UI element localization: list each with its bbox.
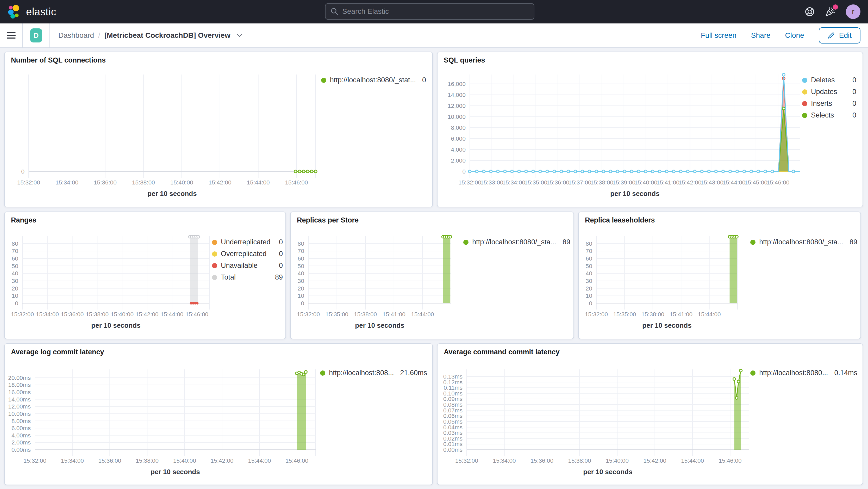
svg-text:per 10 seconds: per 10 seconds	[151, 468, 200, 476]
svg-text:20: 20	[586, 285, 592, 292]
svg-text:0.02ms: 0.02ms	[443, 435, 463, 442]
title-chevron-down-icon[interactable]	[237, 33, 243, 37]
svg-text:0.11ms: 0.11ms	[444, 385, 463, 391]
breadcrumb-dashboard-link[interactable]: Dashboard	[58, 31, 94, 40]
legend-series-value: 0	[852, 111, 856, 119]
legend-item[interactable]: Inserts0	[802, 99, 856, 108]
svg-text:15:40:00: 15:40:00	[606, 457, 629, 464]
legend-item[interactable]: http://localhost:8080/_sta...89	[750, 238, 857, 246]
svg-text:15:32:00: 15:32:00	[585, 311, 608, 317]
chart-avg-log-commit-latency[interactable]: 0.00ms2.00ms4.00ms6.00ms8.00ms10.00ms12.…	[5, 359, 432, 485]
svg-text:15:34:00: 15:34:00	[56, 179, 79, 186]
legend-item[interactable]: http://localhost:808...21.60ms	[320, 369, 427, 377]
legend-series-label: http://localhost:8080/_sta...	[759, 238, 843, 246]
panel-avg-command-commit-latency: Average command commit latency 0.00ms0.0…	[437, 343, 863, 485]
panel-title[interactable]: SQL queries	[437, 52, 863, 67]
svg-text:10: 10	[298, 293, 304, 299]
panel-title[interactable]: Ranges	[5, 212, 285, 227]
svg-text:10: 10	[12, 293, 18, 299]
panel-title[interactable]: Replicas per Store	[291, 212, 574, 227]
chart-legend: http://localhost:808...21.60ms	[320, 369, 427, 377]
legend-item[interactable]: Selects0	[802, 111, 856, 119]
legend-item[interactable]: Underreplicated0	[212, 238, 283, 246]
svg-text:15:44:00: 15:44:00	[247, 179, 270, 186]
chart-avg-command-commit-latency[interactable]: 0.00ms0.01ms0.02ms0.03ms0.04ms0.05ms0.06…	[437, 359, 863, 485]
panel-sql-queries: SQL queries 02,0004,0006,0008,00010,0001…	[437, 52, 863, 207]
legend-series-dot	[463, 240, 468, 245]
legend-series-dot	[212, 275, 217, 280]
svg-text:8.00ms: 8.00ms	[11, 418, 31, 424]
svg-text:20.00ms: 20.00ms	[8, 375, 31, 381]
svg-text:15:38:00: 15:38:00	[590, 179, 613, 186]
legend-series-label: Total	[221, 273, 275, 281]
legend-item[interactable]: http://localhost:8080...0.14ms	[750, 369, 857, 377]
svg-text:per 10 seconds: per 10 seconds	[642, 322, 691, 329]
svg-text:15:34:00: 15:34:00	[502, 179, 525, 186]
legend-series-value: 89	[275, 273, 283, 281]
svg-text:0.04ms: 0.04ms	[443, 424, 463, 431]
svg-text:15:34:00: 15:34:00	[61, 457, 84, 464]
svg-text:80: 80	[298, 241, 304, 247]
dashboard-app-badge[interactable]: D	[30, 28, 42, 42]
svg-text:10.00ms: 10.00ms	[8, 410, 31, 417]
svg-text:15:36:00: 15:36:00	[94, 179, 117, 186]
svg-text:70: 70	[298, 248, 304, 254]
svg-text:15:38:00: 15:38:00	[354, 311, 377, 317]
brand-name: elastic	[26, 6, 56, 18]
svg-text:10,000: 10,000	[448, 114, 466, 120]
svg-text:40: 40	[298, 270, 304, 277]
legend-series-dot	[212, 251, 217, 256]
svg-text:0.00ms: 0.00ms	[443, 447, 463, 453]
edit-button-label: Edit	[839, 31, 851, 40]
panel-title[interactable]: Average command commit latency	[437, 344, 863, 359]
panel-title[interactable]: Number of SQL connections	[5, 52, 432, 67]
panel-title[interactable]: Replica leaseholders	[579, 212, 861, 227]
svg-text:60: 60	[298, 255, 304, 262]
svg-text:15:42:00: 15:42:00	[644, 457, 666, 464]
svg-text:60: 60	[586, 255, 592, 262]
whats-new-party-popper-icon[interactable]	[825, 6, 835, 17]
legend-series-label: Updates	[811, 88, 852, 96]
edit-button[interactable]: Edit	[819, 27, 861, 43]
chart-sql-connections[interactable]: 015:32:0015:34:0015:36:0015:38:0015:40:0…	[5, 67, 432, 207]
global-search[interactable]	[325, 3, 534, 20]
legend-item[interactable]: http://localhost:8080/_stat...0	[321, 76, 426, 84]
svg-text:15:46:00: 15:46:00	[719, 457, 742, 464]
svg-text:20: 20	[298, 285, 304, 292]
svg-text:15:42:00: 15:42:00	[209, 179, 231, 186]
svg-text:15:36:00: 15:36:00	[61, 311, 84, 317]
svg-text:15:33:00: 15:33:00	[480, 179, 503, 186]
legend-item[interactable]: Overreplicated0	[212, 250, 283, 258]
svg-text:15:42:00: 15:42:00	[211, 457, 234, 464]
svg-text:8,000: 8,000	[451, 125, 466, 131]
legend-item[interactable]: Updates0	[802, 88, 856, 96]
svg-text:14.00ms: 14.00ms	[8, 396, 31, 403]
legend-item[interactable]: Deletes0	[802, 76, 856, 84]
full-screen-button[interactable]: Full screen	[701, 31, 737, 40]
legend-item[interactable]: Total89	[212, 273, 283, 281]
svg-text:15:40:00: 15:40:00	[634, 179, 657, 186]
search-input[interactable]	[342, 7, 529, 16]
chart-sql-queries[interactable]: 02,0004,0006,0008,00010,00012,00014,0001…	[437, 67, 863, 207]
svg-text:15:38:00: 15:38:00	[86, 311, 108, 317]
svg-text:15:42:00: 15:42:00	[136, 311, 159, 317]
legend-item[interactable]: Unavailable0	[212, 262, 283, 270]
svg-text:0.03ms: 0.03ms	[443, 430, 463, 436]
svg-text:6.00ms: 6.00ms	[11, 425, 31, 431]
legend-series-value: 0	[852, 99, 856, 108]
svg-text:0: 0	[462, 168, 466, 175]
svg-text:15:44:00: 15:44:00	[411, 311, 434, 317]
svg-text:15:32:00: 15:32:00	[297, 311, 320, 317]
panel-title[interactable]: Average log commit latency	[5, 344, 432, 359]
app-badge-wrap: D	[23, 24, 50, 48]
svg-text:15:34:00: 15:34:00	[36, 311, 59, 317]
svg-text:15:46:00: 15:46:00	[185, 311, 208, 317]
clone-button[interactable]: Clone	[785, 31, 804, 40]
user-avatar[interactable]: r	[846, 4, 861, 19]
share-button[interactable]: Share	[751, 31, 771, 40]
svg-text:15:32:00: 15:32:00	[24, 457, 46, 464]
legend-item[interactable]: http://localhost:8080/_sta...89	[463, 238, 570, 246]
elastic-brand[interactable]: elastic	[0, 4, 56, 19]
main-menu-hamburger-icon[interactable]	[0, 24, 23, 48]
help-lifebuoy-icon[interactable]	[805, 7, 815, 17]
